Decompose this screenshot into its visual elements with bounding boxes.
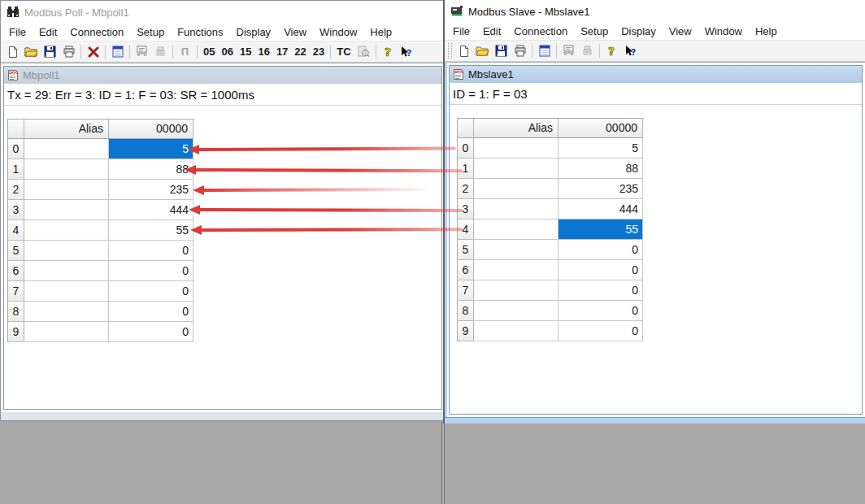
slave-alias-cell[interactable] [474,260,559,280]
poll-row-header[interactable]: 3 [8,200,24,220]
open-file-button[interactable] [473,42,492,60]
menu-functions[interactable]: Functions [171,24,229,40]
test-center-button[interactable]: TC [333,43,354,61]
open-file-button[interactable] [22,43,41,61]
slave-row-header[interactable]: 2 [458,179,474,199]
poll-row-header[interactable]: 0 [8,139,24,159]
setup-window-button[interactable] [535,42,554,60]
poll-value-cell[interactable]: 5 [109,139,193,159]
slave-value-cell[interactable]: 55 [559,219,643,240]
poll-alias-cell[interactable] [24,180,109,200]
menu-window[interactable]: Window [313,24,363,40]
poll-alias-cell[interactable] [24,139,109,159]
poll-value-cell[interactable]: 0 [109,302,193,322]
menu-view[interactable]: View [277,24,313,40]
poll-value-cell[interactable]: 0 [109,322,193,342]
function-22-button[interactable]: 22 [291,43,309,61]
poll-alias-cell[interactable] [24,302,109,322]
poll-value-cell[interactable]: 444 [109,200,193,220]
new-file-button[interactable] [454,42,473,60]
save-button[interactable] [492,42,511,60]
poll-row-header[interactable]: 4 [8,220,24,241]
slave-row-header[interactable]: 6 [458,260,474,280]
poll-alias-cell[interactable] [24,322,109,342]
poll-row-header[interactable]: 2 [8,180,24,200]
poll-alias-cell[interactable] [24,159,109,180]
function-05-button[interactable]: 05 [200,43,218,61]
poll-row-header[interactable]: 8 [8,302,24,322]
slave-row-header[interactable]: 7 [458,280,474,301]
menu-help[interactable]: Help [363,24,398,40]
slave-row-header[interactable]: 8 [458,301,474,321]
slave-alias-cell[interactable] [474,138,559,159]
poll-alias-cell[interactable] [24,220,109,241]
poll-value-cell[interactable]: 0 [109,281,193,302]
function-23-button[interactable]: 23 [310,43,328,61]
poll-alias-cell[interactable] [24,200,109,220]
slave-alias-cell[interactable] [474,159,559,179]
context-help-button[interactable]: ? [398,43,416,61]
poll-value-cell[interactable]: 235 [109,180,193,200]
poll-alias-cell[interactable] [24,241,109,261]
menu-edit[interactable]: Edit [33,24,63,40]
new-file-button[interactable] [3,43,22,61]
menu-connection[interactable]: Connection [63,24,130,40]
slave-alias-cell[interactable] [474,301,559,321]
slave-value-cell[interactable]: 5 [559,138,643,159]
menu-display[interactable]: Display [230,24,278,40]
poll-row-header[interactable]: 5 [8,241,24,261]
slave-value-cell[interactable]: 444 [559,199,643,219]
menu-connection[interactable]: Connection [507,24,574,39]
slave-value-cell[interactable]: 235 [559,179,643,199]
slave-alias-cell[interactable] [474,321,559,341]
poll-alias-cell[interactable] [24,281,109,302]
menu-display[interactable]: Display [615,24,663,39]
toolbar-grip[interactable] [448,43,452,59]
poll-value-cell[interactable]: 0 [109,241,193,261]
function-16-button[interactable]: 16 [254,43,272,61]
function-15-button[interactable]: 15 [237,43,254,61]
slave-alias-cell[interactable] [474,219,559,240]
slave-alias-cell[interactable] [474,179,559,199]
poll-row-header[interactable]: 9 [8,322,24,342]
menu-file[interactable]: File [2,24,33,40]
poll-value-cell[interactable]: 0 [109,261,193,281]
menu-window[interactable]: Window [698,24,749,39]
menu-setup[interactable]: Setup [130,24,171,40]
slave-value-cell[interactable]: 0 [559,301,643,321]
slave-value-cell[interactable]: 0 [559,280,643,301]
print-button[interactable] [59,43,78,61]
poll-row-header[interactable]: 7 [8,281,24,302]
slave-alias-cell[interactable] [474,280,559,301]
menu-file[interactable]: File [446,24,476,39]
setup-window-button[interactable] [108,43,127,61]
menu-help[interactable]: Help [749,24,784,39]
menu-setup[interactable]: Setup [574,24,615,39]
about-help-button[interactable]: ? [602,42,621,60]
slave-value-cell[interactable]: 0 [559,260,643,280]
print-button[interactable] [511,42,529,60]
slave-alias-cell[interactable] [474,240,559,260]
about-help-button[interactable]: ? [379,43,398,61]
slave-value-cell[interactable]: 0 [559,240,643,260]
poll-row-header[interactable]: 6 [8,261,24,281]
slave-row-header[interactable]: 9 [458,321,474,341]
function-06-button[interactable]: 06 [218,43,236,61]
poll-alias-cell[interactable] [24,261,109,281]
slave-row-header[interactable]: 0 [458,138,474,159]
poll-row-header[interactable]: 1 [8,159,24,180]
slave-row-header[interactable]: 5 [458,240,474,260]
poll-value-cell[interactable]: 88 [109,159,193,180]
function-17-button[interactable]: 17 [273,43,291,61]
comm-traffic-button[interactable] [559,42,578,60]
save-button[interactable] [41,43,59,61]
context-help-button[interactable]: ? [621,42,640,60]
slave-value-cell[interactable]: 0 [559,321,643,341]
slave-value-cell[interactable]: 88 [559,159,643,179]
comm-traffic-button[interactable] [133,43,151,61]
disconnect-button[interactable] [84,43,102,61]
slave-alias-cell[interactable] [474,199,559,219]
poll-value-cell[interactable]: 55 [109,220,193,241]
menu-edit[interactable]: Edit [476,24,507,39]
menu-view[interactable]: View [663,24,698,39]
